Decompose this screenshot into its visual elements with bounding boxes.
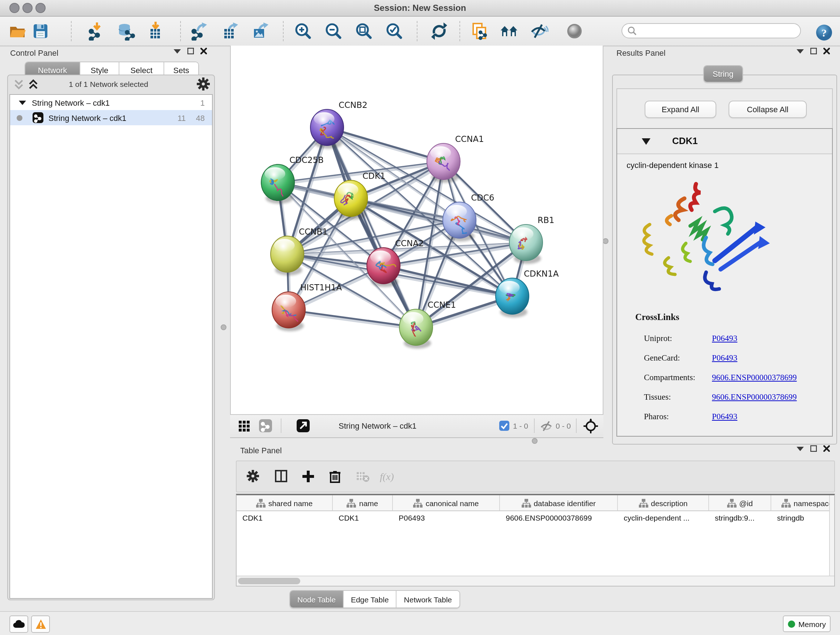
results-panel-close-icon[interactable] — [823, 48, 830, 54]
control-panel-close-icon[interactable] — [201, 48, 207, 54]
network-node-ccna1[interactable]: CCNA1 — [427, 134, 484, 183]
first-neighbors-icon[interactable] — [500, 22, 519, 41]
show-columns-icon[interactable] — [275, 469, 291, 485]
expand-all-button[interactable]: Expand All — [645, 101, 716, 118]
table-row[interactable]: CDK1CDK1P064939606.ENSP00000378699cyclin… — [237, 511, 834, 524]
network-node-ccnb1[interactable]: CCNB1 — [271, 227, 328, 276]
apply-layout-icon[interactable] — [430, 22, 448, 41]
table-vertical-scrollbar[interactable] — [829, 495, 834, 586]
node-table[interactable]: shared namenamecanonical namedatabase id… — [236, 494, 835, 586]
memory-button[interactable]: Memory — [783, 616, 831, 632]
search-input[interactable] — [637, 26, 784, 36]
search-field[interactable] — [622, 23, 801, 38]
grid-view-icon[interactable] — [239, 421, 249, 432]
network-collection-label: String Network – cdk1 — [32, 98, 110, 107]
import-network-database-icon[interactable] — [117, 22, 135, 41]
crosslink-row: Tissues: 9606.ENSP00000378699 — [644, 386, 825, 406]
right-splitter-handle[interactable] — [603, 238, 608, 244]
import-table-icon[interactable] — [146, 22, 164, 41]
tab-edge-table[interactable]: Edge Table — [344, 591, 397, 608]
zoom-in-icon[interactable] — [294, 22, 313, 41]
network-edge[interactable] — [327, 127, 416, 327]
results-panel-float-icon[interactable] — [810, 48, 817, 54]
table-panel-float-icon[interactable] — [810, 445, 817, 452]
crosslink-value-link[interactable]: 9606.ENSP00000378699 — [712, 392, 797, 401]
network-from-selection-icon[interactable] — [470, 22, 489, 41]
open-session-icon[interactable] — [9, 22, 27, 41]
export-image-icon[interactable] — [251, 22, 270, 41]
table-horizontal-scrollbar[interactable] — [237, 576, 834, 586]
tab-node-table[interactable]: Node Table — [290, 591, 344, 608]
network-node-hist1h1a[interactable]: HIST1H1A — [272, 283, 342, 331]
help-button[interactable]: ? — [815, 23, 834, 42]
network-overview-icon[interactable] — [259, 419, 272, 432]
network-node-ccnb2[interactable]: CCNB2 — [310, 100, 368, 149]
network-options-gear-icon[interactable] — [197, 78, 210, 90]
zoom-out-icon[interactable] — [324, 22, 343, 41]
svg-text:?: ? — [821, 27, 827, 39]
toolbar-separator — [71, 21, 72, 41]
column-header-shared-name[interactable]: shared name — [237, 495, 333, 510]
export-network-icon[interactable] — [190, 22, 209, 41]
zoom-selected-icon[interactable] — [385, 22, 404, 41]
window-title: Session: New Session — [0, 3, 840, 13]
expand-triangle-icon[interactable] — [19, 100, 26, 105]
network-type-icon — [33, 112, 43, 123]
scrollbar-thumb[interactable] — [238, 578, 300, 584]
network-node-cdkn1a[interactable]: CDKN1A — [496, 269, 559, 318]
bottom-splitter-handle[interactable] — [532, 438, 538, 444]
tab-network-table[interactable]: Network Table — [397, 591, 459, 608]
column-header-namespace[interactable]: namespace — [771, 495, 835, 510]
network-tree-row[interactable]: String Network – cdk1 11 48 — [10, 110, 212, 125]
crosslink-value-link[interactable]: 9606.ENSP00000378699 — [712, 372, 797, 381]
control-panel-collapse-icon[interactable] — [174, 48, 181, 54]
column-header-description[interactable]: description — [618, 495, 709, 510]
node-label: CDC6 — [471, 193, 494, 203]
node-label: CCNE1 — [428, 300, 456, 310]
left-splitter-handle[interactable] — [221, 325, 226, 330]
network-selection-status: 1 of 1 Network selected — [43, 80, 174, 88]
crosslink-label: Pharos: — [644, 412, 712, 420]
network-canvas[interactable]: CCNB2CCNA1CDC25BCDK1CDC6RB1CCNB1CCNA2CDK… — [230, 46, 603, 414]
export-table-icon[interactable] — [220, 22, 239, 41]
toolbar-separator — [417, 21, 417, 41]
table-panel-collapse-icon[interactable] — [797, 446, 804, 451]
network-tree-row[interactable]: String Network – cdk1 1 — [10, 95, 212, 110]
table-settings-icon[interactable] — [247, 469, 263, 485]
column-header-name[interactable]: name — [333, 495, 393, 510]
import-network-icon[interactable] — [88, 22, 106, 41]
network-collapse-expand-icons[interactable] — [14, 78, 43, 91]
column-header-canonical-name[interactable]: canonical name — [393, 495, 500, 510]
warnings-button[interactable] — [31, 616, 50, 633]
cloud-status-button[interactable] — [9, 616, 28, 633]
hide-selection-icon[interactable] — [530, 22, 548, 41]
zoom-fit-icon[interactable] — [355, 22, 373, 41]
results-panel-collapse-icon[interactable] — [797, 48, 804, 54]
results-panel-tab-string[interactable]: String — [703, 65, 743, 82]
delete-columns-icon[interactable] — [328, 469, 344, 485]
crosslink-row: Uniprot: P06493 — [644, 328, 825, 348]
table-cell: cyclin-dependent ... — [618, 511, 709, 524]
table-panel-close-icon[interactable] — [823, 445, 830, 452]
node-count: 11 — [178, 113, 186, 122]
crosslink-value-link[interactable]: P06493 — [712, 412, 737, 420]
collapse-all-button[interactable]: Collapse All — [729, 101, 807, 118]
detach-view-icon[interactable] — [297, 419, 309, 432]
crosslink-label: Uniprot: — [644, 333, 712, 342]
network-node-rb1[interactable]: RB1 — [509, 215, 554, 264]
save-session-icon[interactable] — [31, 22, 50, 41]
protein-card-header[interactable]: CDK1 — [617, 129, 832, 154]
hidden-counts: 0 - 0 — [556, 421, 571, 430]
control-panel-float-icon[interactable] — [187, 48, 194, 54]
function-builder-icon: f(x) — [380, 469, 396, 485]
crosslink-value-link[interactable]: P06493 — [712, 333, 737, 342]
crosslink-value-link[interactable]: P06493 — [712, 353, 737, 362]
show-all-icon[interactable] — [565, 22, 584, 41]
center-view-crosshair-icon[interactable] — [583, 418, 598, 434]
selected-items-checkbox[interactable] — [499, 421, 509, 431]
network-node-cdk1[interactable]: CDK1 — [334, 171, 386, 220]
column-header-@id[interactable]: @id — [709, 495, 771, 510]
column-header-database-identifier[interactable]: database identifier — [500, 495, 618, 510]
add-column-icon[interactable] — [302, 469, 317, 485]
table-panel-title: Table Panel — [240, 446, 282, 455]
